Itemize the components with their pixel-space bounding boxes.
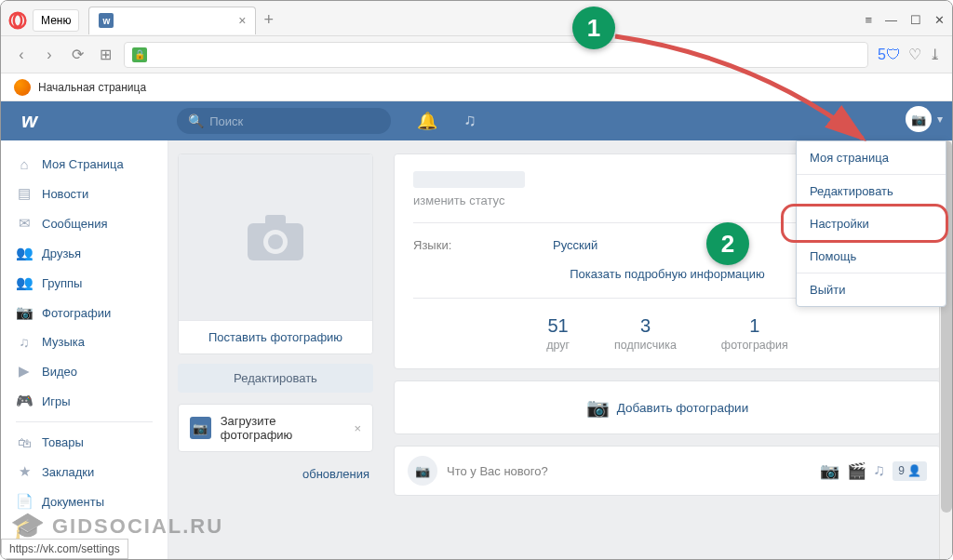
profile-dropdown: Моя страница Редактировать Настройки Пом…	[796, 140, 946, 307]
dd-help[interactable]: Помощь	[797, 240, 946, 273]
reload-button[interactable]: ⟳	[68, 46, 87, 63]
games-icon: 🎮	[16, 393, 33, 409]
music-nav-icon: ♫	[16, 334, 33, 350]
home-icon: ⌂	[16, 156, 33, 172]
tab-close-icon[interactable]: ×	[238, 13, 246, 28]
camera-small-icon: 📷	[190, 417, 211, 439]
post-input-placeholder[interactable]: Что у Вас нового?	[447, 464, 811, 478]
chevron-down-icon: ▾	[937, 113, 943, 126]
svg-point-5	[268, 234, 283, 249]
heart-icon[interactable]: ♡	[908, 46, 921, 63]
vk-favicon: w	[99, 13, 114, 28]
search-icon: 🔍	[188, 113, 204, 128]
close-window-icon[interactable]: ✕	[934, 13, 945, 27]
annotation-marker-1: 1	[572, 7, 615, 49]
languages-value[interactable]: Русский	[553, 238, 597, 252]
easy-setup-icon[interactable]: ≡	[865, 13, 872, 27]
sidebar-divider	[16, 421, 153, 422]
sidebar-item-bookmarks[interactable]: ★Закладки	[1, 457, 168, 487]
new-tab-button[interactable]: +	[263, 10, 274, 30]
add-photos-box[interactable]: 📷 Добавить фотографии	[394, 380, 941, 434]
photos-icon: 📷	[16, 304, 33, 321]
avatar-icon: 📷	[906, 106, 932, 132]
groups-icon: 👥	[16, 274, 33, 291]
search-placeholder: Поиск	[209, 114, 243, 128]
sidebar-item-my-page[interactable]: ⌂Моя Страница	[1, 150, 168, 179]
sidebar-item-friends[interactable]: 👥Друзья	[1, 238, 168, 268]
opera-icon	[8, 11, 27, 30]
sidebar-item-news[interactable]: ▤Новости	[1, 179, 168, 208]
bookmark-start-page[interactable]: Начальная страница	[38, 81, 146, 94]
dd-my-page[interactable]: Моя страница	[797, 141, 946, 174]
lock-icon: 🔒	[132, 47, 147, 62]
camera-add-icon: 📷	[586, 396, 610, 419]
message-icon: ✉	[16, 215, 33, 232]
sidebar-item-music[interactable]: ♫Музыка	[1, 327, 168, 356]
status-bar-url: https://vk.com/settings	[1, 539, 128, 559]
edit-profile-button[interactable]: Редактировать	[178, 364, 373, 393]
browser-tab[interactable]: w ×	[88, 7, 256, 34]
sidebar-item-messages[interactable]: ✉Сообщения	[1, 208, 168, 238]
post-avatar-icon: 📷	[408, 456, 437, 486]
visibility-badge[interactable]: 9 👤	[893, 461, 927, 481]
profile-photo-column: Поставить фотографию Редактировать 📷 Заг…	[168, 140, 383, 560]
music-icon[interactable]: ♫	[463, 111, 476, 131]
stat-photos[interactable]: 1фотография	[721, 315, 788, 352]
vk-header: w 🔍 Поиск 🔔 ♫ 📷 ▾	[1, 101, 952, 140]
profile-name	[413, 171, 525, 188]
vk-logo[interactable]: w	[21, 109, 37, 133]
blocker-badge[interactable]: 5🛡	[878, 47, 901, 63]
dd-edit[interactable]: Редактировать	[797, 175, 946, 207]
friends-icon: 👥	[16, 245, 33, 261]
page-content: ⌂Моя Страница ▤Новости ✉Сообщения 👥Друзь…	[1, 140, 952, 560]
attach-photo-icon[interactable]: 📷	[820, 461, 839, 481]
news-icon: ▤	[16, 185, 33, 202]
download-icon[interactable]: ⤓	[929, 46, 941, 63]
stat-friends[interactable]: 51друг	[546, 315, 570, 352]
address-bar: ‹ › ⟳ ⊞ 🔒 5🛡 ♡ ⤓	[1, 36, 952, 73]
dd-logout[interactable]: Выйти	[797, 273, 946, 306]
minimize-icon[interactable]: —	[885, 13, 897, 27]
bookmarks-bar: Начальная страница	[1, 73, 952, 101]
docs-icon: 📄	[16, 493, 33, 510]
search-input[interactable]: 🔍 Поиск	[177, 108, 391, 134]
stat-followers[interactable]: 3подписчика	[614, 315, 677, 352]
firefox-icon	[14, 79, 31, 96]
forward-button[interactable]: ›	[40, 47, 59, 63]
video-icon: ▶	[16, 363, 33, 380]
graduation-cap-icon: 🎓	[10, 510, 47, 542]
market-icon: 🛍	[16, 434, 33, 450]
svg-rect-3	[265, 215, 286, 228]
svg-point-1	[14, 14, 21, 26]
attach-video-icon[interactable]: 🎬	[847, 461, 866, 481]
new-post-box[interactable]: 📷 Что у Вас нового? 📷 🎬 ♫ 9 👤	[394, 446, 941, 496]
set-photo-link[interactable]: Поставить фотографию	[179, 320, 372, 353]
photo-placeholder[interactable]	[179, 154, 372, 320]
upload-photo-prompt[interactable]: 📷 Загрузите фотографию ×	[178, 404, 373, 452]
updates-link[interactable]: обновления	[178, 467, 373, 481]
annotation-marker-2: 2	[706, 222, 749, 265]
watermark: 🎓 GIDSOCIAL.RU	[10, 510, 223, 542]
sidebar-item-groups[interactable]: 👥Группы	[1, 268, 168, 298]
profile-menu-trigger[interactable]: 📷 ▾	[906, 106, 943, 132]
profile-photo-box: Поставить фотографию	[178, 153, 373, 354]
sidebar-item-games[interactable]: 🎮Игры	[1, 386, 168, 416]
notifications-icon[interactable]: 🔔	[417, 111, 437, 131]
left-sidebar: ⌂Моя Страница ▤Новости ✉Сообщения 👥Друзь…	[1, 140, 168, 560]
maximize-icon[interactable]: ☐	[910, 13, 921, 27]
attach-music-icon[interactable]: ♫	[874, 461, 886, 481]
sidebar-item-video[interactable]: ▶Видео	[1, 356, 168, 386]
sidebar-item-market[interactable]: 🛍Товары	[1, 428, 168, 457]
bookmark-icon: ★	[16, 463, 33, 480]
window-controls: ≡ — ☐ ✕	[865, 13, 945, 27]
browser-titlebar: Меню w × + ≡ — ☐ ✕	[1, 1, 952, 36]
url-field[interactable]: 🔒	[124, 42, 868, 68]
languages-label: Языки:	[413, 238, 553, 252]
speed-dial-icon[interactable]: ⊞	[96, 46, 114, 63]
close-upload-icon[interactable]: ×	[354, 421, 361, 435]
dd-settings[interactable]: Настройки	[797, 207, 946, 240]
browser-menu-button[interactable]: Меню	[33, 9, 79, 32]
camera-icon	[243, 209, 308, 265]
sidebar-item-photos[interactable]: 📷Фотографии	[1, 298, 168, 327]
back-button[interactable]: ‹	[12, 47, 31, 63]
